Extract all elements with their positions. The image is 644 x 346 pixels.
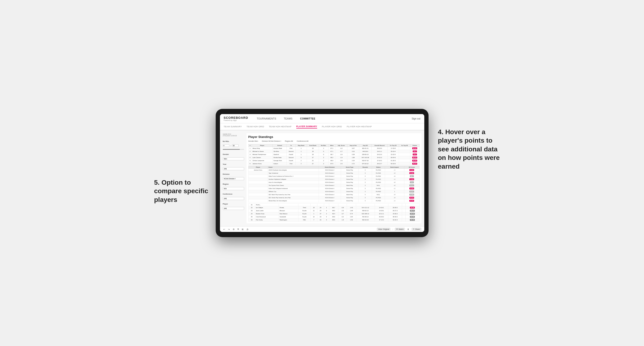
add-cell-vs25 (388, 204, 402, 206)
add-cell-overall: 32-11-1 (374, 212, 388, 215)
nav-tournaments[interactable]: TOURNAMENTS (256, 117, 277, 120)
event-cell-status: PLAYED (372, 187, 385, 190)
event-row: Fallen Oak Collegiate Invitational NCAA … (248, 187, 419, 190)
clock-button[interactable]: ◔ (246, 228, 249, 231)
tablet-frame: SCOREBOARD Powered by clippi TOURNAMENTS… (216, 109, 428, 237)
cell-yr: Fourth (287, 153, 296, 156)
add-cell-player[interactable]: Cole Sherwood (255, 215, 279, 218)
event-cell-rank: +0 (385, 175, 404, 178)
nav-teams[interactable]: TEAMS (283, 117, 294, 120)
no-rds-min-input[interactable] (223, 144, 230, 147)
undo-button[interactable]: ↩ (223, 228, 226, 231)
cell-points[interactable]: 70.2 (410, 153, 419, 156)
cell-vs50 (399, 147, 410, 150)
top-nav: SCOREBOARD Powered by clippi TOURNAMENTS… (220, 114, 424, 123)
event-cell-wpoints[interactable]: 25.96 (404, 193, 419, 196)
cell-adj-score: -2.6 (335, 159, 347, 162)
add-cell-wins: 68.5 (329, 209, 338, 212)
add-cell-points[interactable]: 60.58 (405, 206, 419, 209)
region-select[interactable]: N/A (223, 187, 244, 190)
cell-reg-rank: 5 (296, 156, 307, 159)
add-cell-school: Vanderbilt (279, 215, 298, 218)
sub-nav-team-h2h-grid[interactable]: TEAM H2H GRID (246, 125, 264, 128)
view-original-button[interactable]: View: Original (377, 228, 390, 231)
logo-block: SCOREBOARD Powered by clippi (224, 116, 248, 121)
cell-player[interactable]: Luke Clanton (252, 156, 273, 159)
sub-nav-team-h2h-heatmap[interactable]: TEAM H2H HEATMAP (269, 125, 292, 128)
year-select[interactable]: (All) (223, 167, 244, 170)
add-cell-player[interactable]: Jack Lundin (255, 209, 279, 212)
no-rds-max-input[interactable] (232, 144, 239, 147)
add-cell-adj-score: -2.3 (338, 209, 347, 212)
event-cell-status: PLAYED (372, 178, 385, 181)
event-cell-wpoints[interactable]: 46.7 (404, 175, 419, 178)
cell-points[interactable]: 80.64 (410, 147, 419, 150)
grid-button[interactable]: ⊞ (241, 228, 244, 231)
share-button[interactable]: ⇧ Share (412, 228, 421, 231)
event-cell-wpoints[interactable]: 30.47 (404, 190, 419, 193)
add-cell-vs50 (402, 206, 406, 209)
event-cell-player (248, 184, 268, 187)
cell-conf-rank: 27 (307, 156, 319, 159)
sub-nav-player-h2h-grid[interactable]: PLAYER H2H GRID (322, 125, 342, 128)
cell-player[interactable]: Christo Lamprecht (252, 159, 273, 162)
cell-points[interactable]: 60.49 (410, 159, 419, 162)
event-row: Williams Cup NCAA Division I Stroke Play… (248, 190, 419, 193)
add-cell-points[interactable] (405, 204, 419, 206)
event-cell-wpoints[interactable]: 45.50 (404, 187, 419, 190)
gender-select[interactable]: Men (223, 157, 244, 160)
cell-player[interactable]: Michael Thorbjornsen (252, 153, 273, 156)
watch-button[interactable]: 👁 Watch (395, 228, 405, 231)
event-cell-rank: +1 (385, 199, 404, 202)
add-cell-no-rds: 0 (324, 218, 329, 221)
cell-vs25: 50-16-0 (388, 162, 399, 165)
standings-row: 4 Luke Clanton Florida State Second 5 27… (248, 156, 419, 159)
add-cell-player[interactable]: Techs... (255, 204, 279, 206)
nav-committee[interactable]: COMMITTEE (299, 117, 316, 120)
add-cell-avg-sg: 452-96-12 (356, 215, 374, 218)
event-cell-wpoints[interactable]: 57.5 (404, 181, 419, 184)
cell-points[interactable]: 76.3 (410, 150, 419, 153)
cell-player[interactable]: Jackson Koivu (252, 162, 273, 165)
cell-wins: 68.2 (328, 156, 335, 159)
event-cell-wpoints[interactable]: 65.40 (404, 199, 419, 202)
add-cell-points[interactable]: 60.27 (405, 209, 419, 212)
event-cell-player (248, 178, 268, 181)
event-col-rounds: Rounds (358, 166, 372, 169)
add-cell-player[interactable]: Petr Hruby (255, 218, 279, 221)
sub-nav-player-h2h-heatmap[interactable]: PLAYER H2H HEATMAP (347, 125, 372, 128)
sub-nav-team-summary[interactable]: TEAM SUMMARY (224, 125, 242, 128)
event-cell-rounds: 3 (358, 199, 372, 202)
event-cell-event: Mirabel Maui Jim Intercollegiate (268, 199, 318, 202)
event-cell-wpoints[interactable]: 24.11 (404, 184, 419, 187)
sub-nav-player-summary[interactable]: PLAYER SUMMARY (296, 125, 318, 129)
col-player: Player (252, 144, 273, 147)
event-cell-wpoints[interactable]: 73.33 (404, 178, 419, 181)
copy-button[interactable]: ⧉ (237, 227, 239, 231)
conference-select[interactable]: (All) (223, 197, 244, 200)
add-cell-points[interactable]: 60.95 (405, 215, 419, 218)
player-select[interactable]: (All) (223, 207, 244, 210)
download-button[interactable]: ⬇ (407, 228, 410, 231)
settings-button[interactable]: ⚙ (232, 228, 235, 231)
event-cell-rounds: 3 (358, 184, 372, 187)
sign-out-button[interactable]: Sign out (412, 117, 420, 120)
filter-conference: Conference:All (297, 140, 308, 142)
add-cell-points[interactable]: 58.49 (405, 218, 419, 221)
add-cell-points[interactable]: 60.02 (405, 212, 419, 215)
cell-points[interactable]: 66.34 (410, 156, 419, 159)
event-cell-wpoints[interactable]: 43.64 (404, 169, 419, 172)
add-cell-player[interactable]: Ian Gilligan (255, 206, 279, 209)
cell-points[interactable]: 58.18 (410, 162, 419, 165)
cell-reg-rank: 1 (296, 153, 307, 156)
event-cell-rank: +0 (385, 181, 404, 184)
cell-player[interactable]: Wenyi Ding (252, 147, 273, 150)
cell-player[interactable]: Michael Le Sasso (252, 150, 273, 153)
division-select[interactable]: NCAA Division I (223, 177, 244, 180)
cell-vs50 (399, 159, 410, 162)
event-cell-wpoints[interactable]: 56.18 (404, 196, 419, 199)
event-cell-wpoints[interactable]: 53.60 (404, 172, 419, 175)
redo-button[interactable]: ↪ (228, 228, 230, 231)
add-cell-yr: Third (298, 206, 310, 209)
add-cell-player[interactable]: Bastien Amat (255, 212, 279, 215)
